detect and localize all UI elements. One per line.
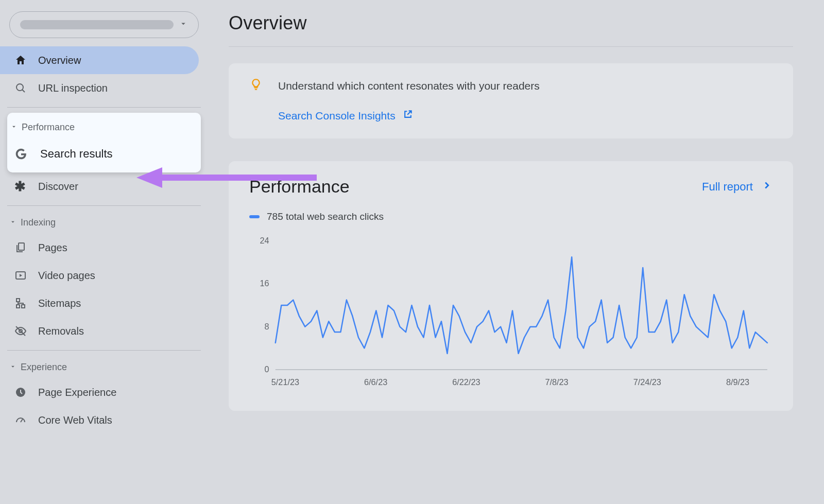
chart-legend: 785 total web search clicks	[249, 211, 772, 222]
sidebar-item-label: Video pages	[38, 270, 95, 282]
pages-icon	[14, 241, 38, 254]
chevron-down-icon	[179, 19, 188, 30]
svg-text:7/8/23: 7/8/23	[545, 377, 569, 387]
svg-rect-4	[16, 299, 20, 302]
sidebar-item-label: Sitemaps	[38, 298, 81, 309]
sidebar-section-label: Performance	[22, 122, 75, 133]
sidebar-section-experience[interactable]: Experience	[0, 356, 208, 378]
triangle-down-icon	[9, 217, 21, 228]
home-icon	[14, 54, 38, 66]
triangle-down-icon	[9, 362, 21, 373]
legend-swatch	[249, 215, 260, 218]
svg-text:5/21/23: 5/21/23	[271, 377, 299, 387]
page-title: Overview	[229, 12, 793, 34]
sidebar-item-search-results[interactable]: Search results	[7, 138, 201, 169]
sidebar-item-label: Pages	[38, 242, 67, 254]
sidebar-section-label: Indexing	[21, 217, 56, 228]
external-link-icon	[403, 109, 413, 122]
google-icon	[14, 147, 40, 161]
sidebar-item-url-inspection[interactable]: URL inspection	[0, 74, 199, 102]
sidebar-item-label: Core Web Vitals	[38, 414, 112, 426]
svg-line-10	[21, 419, 23, 422]
sidebar-item-label: Discover	[38, 181, 78, 193]
legend-label: 785 total web search clicks	[267, 211, 384, 222]
sidebar-group-performance-highlight: Performance Search results	[7, 113, 201, 172]
sidebar-item-removals[interactable]: Removals	[0, 317, 199, 345]
insights-link-label: Search Console Insights	[278, 110, 396, 122]
video-icon	[14, 269, 38, 282]
title-divider	[229, 46, 793, 47]
speedometer-icon	[14, 414, 38, 426]
triangle-down-icon	[10, 122, 22, 133]
sidebar-section-indexing[interactable]: Indexing	[0, 211, 208, 234]
performance-card: Performance Full report 785 total web se…	[229, 161, 793, 411]
property-placeholder-bar	[20, 20, 174, 29]
property-selector[interactable]	[9, 11, 199, 38]
sidebar-item-discover[interactable]: ✱ Discover	[0, 172, 199, 200]
sidebar-item-page-experience[interactable]: Page Experience	[0, 378, 199, 406]
svg-rect-6	[22, 305, 25, 308]
asterisk-icon: ✱	[14, 179, 38, 195]
sidebar-item-pages[interactable]: Pages	[0, 234, 199, 262]
sidebar: Overview URL inspection Performance Sear…	[0, 0, 208, 504]
sidebar-item-core-web-vitals[interactable]: Core Web Vitals	[0, 406, 199, 434]
sidebar-item-label: Removals	[38, 325, 84, 337]
eye-off-icon	[14, 325, 38, 337]
sidebar-item-sitemaps[interactable]: Sitemaps	[0, 289, 199, 317]
lightbulb-icon	[249, 78, 263, 94]
divider	[7, 350, 201, 351]
svg-text:24: 24	[260, 236, 269, 245]
chevron-right-icon	[761, 180, 772, 194]
svg-text:0: 0	[265, 364, 269, 374]
search-icon	[14, 82, 38, 94]
svg-point-0	[16, 84, 23, 91]
divider	[7, 107, 201, 108]
svg-text:7/24/23: 7/24/23	[633, 377, 661, 387]
divider	[7, 205, 201, 206]
svg-rect-5	[16, 305, 20, 308]
sidebar-item-label: Overview	[38, 55, 81, 66]
svg-text:16: 16	[260, 279, 269, 288]
performance-chart: 0816245/21/236/6/236/22/237/8/237/24/238…	[249, 236, 772, 390]
svg-line-1	[22, 90, 25, 92]
svg-rect-2	[19, 243, 24, 250]
sitemap-icon	[14, 297, 38, 309]
insights-card: Understand which content resonates with …	[229, 63, 793, 138]
svg-text:8/9/23: 8/9/23	[726, 377, 749, 387]
main-content: Overview Understand which content resona…	[208, 0, 824, 504]
full-report-link[interactable]: Full report	[702, 180, 772, 194]
svg-text:8: 8	[265, 322, 269, 331]
sidebar-item-label: Page Experience	[38, 387, 116, 398]
sidebar-item-video-pages[interactable]: Video pages	[0, 262, 199, 289]
full-report-label: Full report	[702, 180, 753, 194]
sidebar-item-label: Search results	[40, 147, 113, 161]
svg-text:6/22/23: 6/22/23	[452, 377, 480, 387]
sidebar-section-performance[interactable]: Performance	[7, 116, 201, 138]
search-console-insights-link[interactable]: Search Console Insights	[249, 109, 772, 122]
performance-card-title: Performance	[249, 177, 350, 197]
sidebar-item-overview[interactable]: Overview	[0, 46, 199, 74]
svg-text:6/6/23: 6/6/23	[364, 377, 387, 387]
badge-icon	[14, 386, 38, 398]
insights-heading: Understand which content resonates with …	[278, 80, 540, 92]
sidebar-section-label: Experience	[21, 362, 67, 373]
sidebar-item-label: URL inspection	[38, 82, 108, 94]
